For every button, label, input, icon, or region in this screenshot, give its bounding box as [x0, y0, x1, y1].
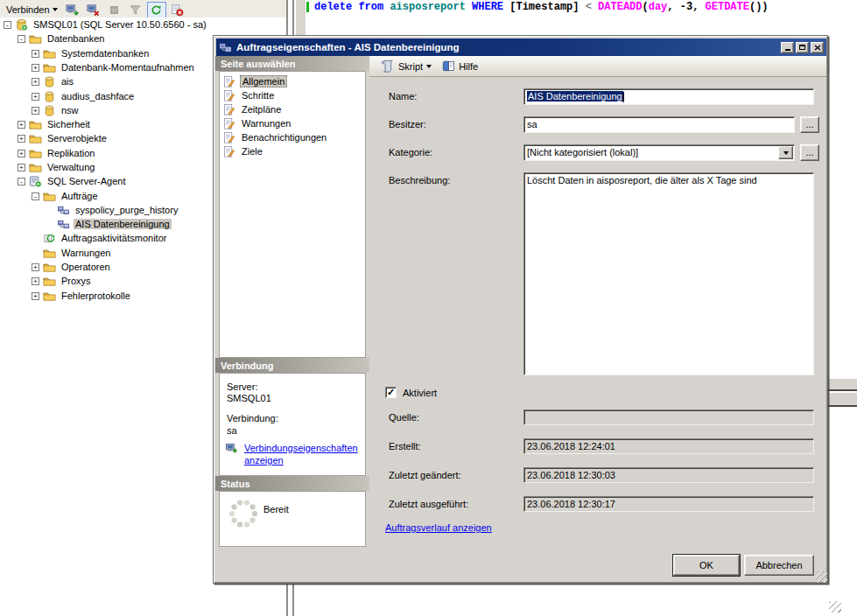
tree-item-job-ais-datenbereinigung[interactable]: AIS Datenbereinigung	[0, 217, 172, 231]
disconnect-server-button[interactable]	[84, 2, 103, 18]
tree-item-management[interactable]: + Verwaltung	[0, 160, 96, 174]
expand-icon[interactable]: +	[32, 64, 39, 72]
sql-token: GETDATE	[706, 1, 749, 13]
ssms-window: Verbinden - SMSQL01 (SQL Server 10.50.65…	[0, 0, 857, 616]
connection-properties-link-line2[interactable]: anzeigen	[244, 455, 284, 466]
expand-icon[interactable]: +	[32, 93, 39, 101]
cancel-button[interactable]: Abbrechen	[744, 555, 814, 576]
collapse-icon[interactable]: -	[32, 192, 39, 200]
tree-item-replication[interactable]: + Replikation	[0, 146, 96, 160]
sql-token: aisposreport	[390, 1, 465, 13]
script-dropdown-button[interactable]: Skript	[376, 58, 435, 75]
category-dropdown-button[interactable]	[778, 146, 793, 159]
tree-item-proxies[interactable]: + Proxys	[0, 274, 93, 288]
expand-icon[interactable]: +	[32, 277, 39, 285]
tree-item-error-logs[interactable]: + Fehlerprotokolle	[0, 289, 132, 303]
name-input[interactable]: AIS Datenbereinigung	[523, 88, 814, 105]
name-label: Name:	[389, 91, 417, 102]
job-history-link[interactable]: Auftragsverlauf anzeigen	[385, 522, 492, 533]
script-delete-icon	[171, 4, 184, 17]
tree-item-databases[interactable]: - Datenbanken	[0, 32, 106, 46]
expand-icon[interactable]: +	[32, 292, 39, 300]
maximize-button[interactable]	[796, 42, 809, 53]
background-resize-grip[interactable]	[829, 601, 841, 612]
connection-properties-link[interactable]: Verbindungseigenschaften	[244, 443, 358, 453]
sql-token	[466, 1, 472, 13]
delete-script-button[interactable]	[168, 2, 187, 18]
stop-button[interactable]	[105, 2, 124, 18]
tree-item-db-audius-dashface[interactable]: + audius_dashface	[0, 89, 136, 103]
connect-label: Verbinden	[6, 4, 50, 15]
dialog-titlebar[interactable]: Auftragseigenschaften - AIS Datenbereini…	[216, 38, 826, 56]
owner-input[interactable]: sa	[523, 116, 795, 133]
source-label: Quelle:	[389, 412, 419, 423]
connection-label: Verbindung:	[227, 413, 278, 424]
page-item-alerts[interactable]: Warnungen	[222, 116, 292, 130]
page-item-targets[interactable]: Ziele	[222, 144, 264, 158]
tree-item-label: Datenbank-Momentaufnahmen	[60, 62, 196, 73]
category-label: Kategorie:	[389, 147, 432, 158]
dialog-toolbar: Skript Hilfe	[369, 56, 826, 77]
sql-token: ())	[749, 1, 769, 13]
sql-editor-line[interactable]: delete from aisposreport WHERE [Timestam…	[314, 1, 769, 13]
expand-icon[interactable]: +	[32, 78, 39, 86]
folder-icon	[29, 161, 42, 174]
tree-item-system-databases[interactable]: + Systemdatenbanken	[0, 46, 151, 60]
page-item-notifications[interactable]: Benachrichtigungen	[222, 130, 328, 144]
last-modified-field: 23.06.2018 12:30:03	[523, 467, 814, 483]
tree-item-label: Warnungen	[60, 248, 112, 258]
collapse-icon[interactable]: -	[18, 178, 25, 186]
connection-value: sa	[227, 425, 237, 436]
expand-icon[interactable]: +	[18, 150, 25, 158]
folder-icon	[29, 132, 42, 145]
tree-item-job-activity-monitor[interactable]: Auftragsaktivitätsmonitor	[0, 231, 168, 245]
tree-item-db-ais[interactable]: + ais	[0, 74, 75, 88]
page-item-schedules[interactable]: Zeitpläne	[222, 102, 283, 116]
tree-item-server-objects[interactable]: + Serverobjekte	[0, 131, 109, 145]
owner-browse-button[interactable]: ...	[800, 116, 819, 133]
owner-label: Besitzer:	[389, 119, 426, 130]
expand-icon[interactable]: +	[32, 263, 39, 271]
category-select[interactable]: [Nicht kategorisiert (lokal)]	[523, 144, 795, 161]
tree-item-db-nsw[interactable]: + nsw	[0, 103, 81, 117]
category-browse-button[interactable]: ...	[800, 144, 819, 161]
connect-server-button[interactable]	[63, 2, 82, 18]
filter-icon	[129, 4, 142, 17]
close-button[interactable]	[811, 42, 824, 53]
tree-item-snapshots[interactable]: + Datenbank-Momentaufnahmen	[0, 60, 196, 74]
tree-item-server[interactable]: - SMSQL01 (SQL Server 10.50.6560 - sa)	[0, 18, 208, 32]
dialog-resize-grip[interactable]	[816, 571, 827, 583]
expand-icon[interactable]: +	[32, 50, 39, 58]
chevron-down-icon	[783, 151, 789, 155]
minimize-button[interactable]	[781, 42, 794, 53]
editor-selection-margin	[296, 0, 306, 35]
filter-button[interactable]	[126, 2, 145, 18]
page-item-steps[interactable]: Schritte	[222, 88, 276, 102]
description-textarea[interactable]: Löscht Daten in aisposreport, die älter …	[523, 172, 814, 375]
expand-icon[interactable]: +	[18, 164, 25, 172]
name-value: AIS Datenbereinigung	[527, 91, 623, 102]
collapse-icon[interactable]: -	[4, 21, 11, 29]
source-field	[523, 410, 814, 425]
ok-button[interactable]: OK	[673, 555, 740, 576]
page-item-general[interactable]: Allgemein	[222, 74, 287, 88]
tree-item-jobs[interactable]: - Aufträge	[0, 189, 100, 203]
collapse-icon[interactable]: -	[18, 35, 25, 43]
expand-icon[interactable]: +	[32, 107, 39, 115]
job-properties-dialog: Auftragseigenschaften - AIS Datenbereini…	[213, 35, 828, 584]
expand-icon[interactable]: +	[18, 135, 25, 143]
status-header: Status	[215, 476, 369, 491]
help-button[interactable]: Hilfe	[439, 58, 481, 74]
tree-item-security[interactable]: + Sicherheit	[0, 117, 92, 131]
tree-item-operators[interactable]: + Operatoren	[0, 260, 112, 274]
enabled-checkbox[interactable]: ✓	[385, 387, 397, 398]
server-disconnect-icon	[87, 4, 100, 17]
tree-item-job-syspolicy[interactable]: syspolicy_purge_history	[0, 203, 179, 217]
folder-icon	[43, 47, 56, 60]
connect-dropdown-button[interactable]: Verbinden	[3, 3, 61, 17]
tree-item-alerts[interactable]: Warnungen	[0, 246, 112, 260]
expand-icon[interactable]: +	[18, 121, 25, 129]
tree-item-sql-server-agent[interactable]: - SQL Server-Agent	[0, 174, 127, 188]
refresh-button[interactable]	[147, 2, 166, 18]
page-icon	[222, 75, 235, 88]
